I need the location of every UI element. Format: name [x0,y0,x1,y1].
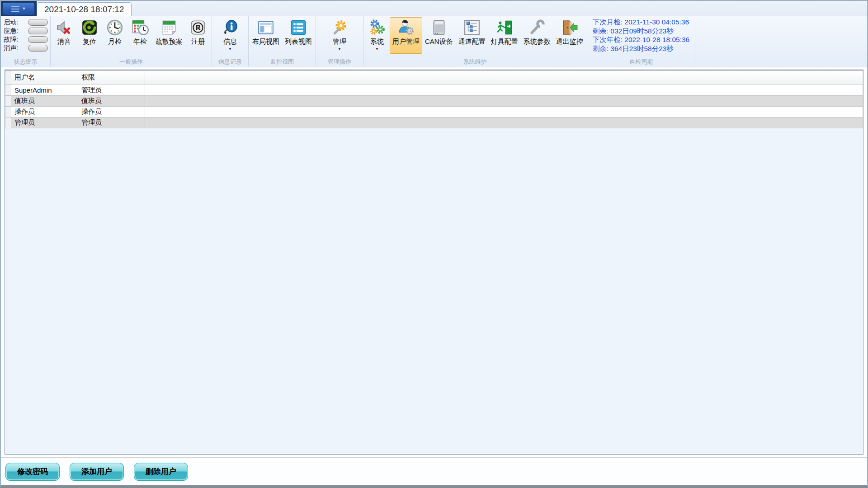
group-label: 监控视图 [249,58,316,66]
toolbar-item-channel-config[interactable]: 通道配置 [456,17,488,53]
cell-username[interactable]: 管理员 [11,117,78,128]
toolbar-item-info[interactable]: 信息 ▼ [217,17,243,53]
chevron-down-icon: ▼ [228,47,232,51]
toolbar-item-evacuation-plan[interactable]: 疏散预案 [153,17,185,53]
change-password-button[interactable]: 修改密码 [5,463,60,481]
status-row-emergency: 应急: [4,27,48,35]
group-general-operations: 消音 复位 月检 年检 [51,16,212,67]
group-label: 管理操作 [316,58,363,66]
row-selector[interactable] [5,96,11,107]
toolbar-item-label: 月检 [108,38,122,46]
toolbar-item-system[interactable]: 系统 ▼ [364,17,390,53]
status-label: 应急: [4,27,19,35]
group-label: 一般操作 [51,58,212,66]
can-device-icon [430,19,448,36]
toolbar-item-label: 年检 [133,38,147,46]
table-row[interactable]: 管理员 管理员 [5,117,863,128]
lamp-config-icon [496,19,513,36]
title-bar: ▼ 2021-10-28 18:07:12 [1,1,867,16]
info-icon [222,19,239,36]
status-indicator-silenced [28,45,48,52]
svg-text:R: R [195,23,201,32]
toolbar-item-label: 信息 [223,38,237,46]
cell-role[interactable]: 管理员 [78,117,145,128]
status-indicator-start [28,19,48,26]
toolbar-item-mute[interactable]: 消音 [52,17,77,53]
cell-username[interactable]: 值班员 [11,96,78,107]
cell-role[interactable]: 操作员 [78,107,145,117]
toolbar-item-label: 复位 [83,38,96,46]
table-row[interactable]: 值班员 值班员 [5,96,863,107]
chevron-down-icon: ▼ [338,47,341,51]
content-panel: 用户名 权限 SuperAdmin 管理员 值班员 值班员 [5,70,863,455]
user-management-icon [397,19,415,36]
group-self-check-cycle: 下次月检: 2021-11-30 04:05:36 剩余: 032日09时58分… [587,16,696,67]
user-table: 用户名 权限 SuperAdmin 管理员 值班员 值班员 [5,70,863,128]
group-info-records: 信息 ▼ 信息记录 [212,16,249,67]
table-row[interactable]: 操作员 操作员 [5,107,863,117]
toolbar-item-layout-view[interactable]: 布局视图 [250,17,282,53]
toolbar-item-user-management[interactable]: 用户管理 [390,17,422,54]
toolbar-item-monthly-check[interactable]: 月检 [102,17,127,53]
column-header-role[interactable]: 权限 [78,70,145,85]
monthly-check-icon [106,19,123,36]
layout-view-icon [257,19,274,36]
toolbar-item-label: 疏散预案 [156,38,183,46]
toolbar-item-system-params[interactable]: 系统参数 [521,17,553,53]
toolbar-item-label: 通道配置 [458,38,486,46]
cell-username[interactable]: 操作员 [11,107,78,117]
group-label: 自检周期 [587,58,695,66]
status-row-silenced: 消声: [4,44,48,52]
chevron-down-icon: ▼ [375,47,379,51]
clock-tab[interactable]: 2021-10-28 18:07:12 [37,2,132,16]
evacuation-plan-icon [160,19,178,36]
status-label: 消声: [4,44,19,52]
annual-check-icon [132,19,149,36]
cell-username[interactable]: SuperAdmin [11,85,78,96]
column-header-username[interactable]: 用户名 [11,70,78,85]
cell-blank [145,107,863,117]
table-row[interactable]: SuperAdmin 管理员 [5,85,863,96]
cell-blank [145,85,863,96]
toolbar-item-annual-check[interactable]: 年检 [127,17,153,53]
toolbar-item-reset[interactable]: 复位 [77,17,102,53]
row-selector[interactable] [5,85,11,96]
cell-role[interactable]: 值班员 [78,96,145,107]
toolbar-item-register[interactable]: R 注册 [185,17,211,53]
column-header-blank [145,70,863,85]
cell-role[interactable]: 管理员 [78,85,145,96]
toolbar-item-can-device[interactable]: CAN设备 [422,17,456,53]
ribbon-toolbar: 启动: 应急: 故障: 消声: 状态提示 [1,16,867,67]
app-window: ▼ 2021-10-28 18:07:12 启动: 应急: 故障: 消声: [0,0,868,488]
menu-icon [11,6,19,12]
table-header-row: 用户名 权限 [5,70,863,85]
delete-user-button[interactable]: 删除用户 [134,463,188,481]
next-monthly-check: 下次月检: 2021-11-30 04:05:36 [593,18,690,27]
ribbon-filler [695,16,867,67]
group-system-maintenance: 系统 ▼ 用户管理 CAN设备 [363,16,587,67]
cell-blank [145,117,863,128]
add-user-button[interactable]: 添加用户 [70,463,124,481]
app-menu-button[interactable]: ▼ [2,2,35,15]
toolbar-item-label: 用户管理 [392,38,420,46]
next-annual-check: 下次年检: 2022-10-28 18:05:36 [593,35,690,44]
toolbar-item-exit-monitor[interactable]: 退出监控 [553,17,586,53]
toolbar-item-list-view[interactable]: 列表视图 [282,17,315,53]
toolbar-item-label: 系统 [370,38,384,46]
group-management-operations: 管理 ▼ 管理操作 [316,16,363,67]
row-selector[interactable] [5,117,11,128]
mute-icon [56,19,73,36]
toolbar-item-lamp-config[interactable]: 灯具配置 [488,17,521,53]
group-label: 系统维护 [363,58,587,66]
status-label: 启动: [4,18,19,27]
row-selector[interactable] [5,107,11,117]
clock-tab-label: 2021-10-28 18:07:12 [44,5,124,14]
toolbar-item-manage[interactable]: 管理 ▼ [327,17,352,53]
register-icon: R [189,19,207,36]
exit-monitor-icon [561,19,578,36]
group-label: 状态提示 [1,58,50,66]
row-selector-header[interactable] [5,70,11,85]
toolbar-item-label: CAN设备 [425,38,453,46]
toolbar-item-label: 管理 [333,38,346,46]
manage-icon [331,19,348,36]
